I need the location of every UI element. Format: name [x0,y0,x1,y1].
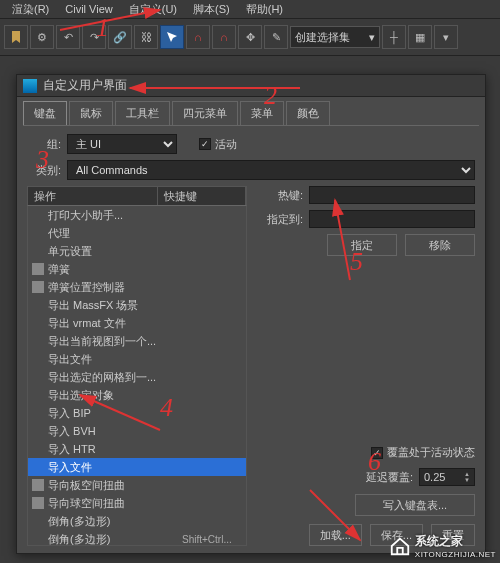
list-item[interactable]: 导入 HTR [28,440,246,458]
row-icon [32,479,44,491]
checkbox-icon: ✓ [371,447,383,459]
row-icon [32,317,44,329]
link-icon[interactable]: 🔗 [108,25,132,49]
list-item[interactable]: 倒角(多边形) [28,512,246,530]
list-item[interactable]: 导入 BVH [28,422,246,440]
row-label: 导出当前视图到一个... [48,334,178,349]
hotkey-label: 热键: [257,188,303,203]
row-icon [32,389,44,401]
row-shortcut: Shift+Ctrl... [182,534,242,545]
tab-menu[interactable]: 菜单 [240,101,284,125]
assign-button[interactable]: 指定 [327,234,397,256]
list-item[interactable]: 导入文件 [28,458,246,476]
action-list[interactable]: 打印大小助手...代理单元设置弹簧弹簧位置控制器导出 MassFX 场景导出 v… [27,206,247,546]
tool-icon[interactable]: ✎ [264,25,288,49]
axis-icon[interactable]: ┼ [382,25,406,49]
assigned-input[interactable] [309,210,475,228]
list-item[interactable]: 导出文件 [28,350,246,368]
row-label: 单元设置 [48,244,178,259]
row-label: 导向板空间扭曲 [48,478,178,493]
hotkey-input[interactable] [309,186,475,204]
tab-keyboard[interactable]: 键盘 [23,101,67,125]
dropdown-icon[interactable]: ▾ [434,25,458,49]
delay-spinner[interactable]: 0.25 ▲▼ [419,468,475,486]
list-item[interactable]: 倒角(多边形)Shift+Ctrl... [28,530,246,546]
row-icon [32,515,44,527]
menu-civil-view[interactable]: Civil View [57,3,120,15]
list-item[interactable]: 导出选定的网格到一... [28,368,246,386]
checkbox-icon: ✓ [199,138,211,150]
row-label: 导出选定对象 [48,388,178,403]
assigned-label: 指定到: [257,212,303,227]
row-icon [32,299,44,311]
row-icon [32,443,44,455]
row-icon [32,227,44,239]
unlink-icon[interactable]: ⛓ [134,25,158,49]
main-menubar: 渲染(R) Civil View 自定义(U) 脚本(S) 帮助(H) [0,0,500,18]
select-icon[interactable] [160,25,184,49]
list-item[interactable]: 导入 BIP [28,404,246,422]
list-item[interactable]: 导出 vrmat 文件 [28,314,246,332]
col-action[interactable]: 操作 [28,187,158,205]
row-label: 导出选定的网格到一... [48,370,178,385]
list-item[interactable]: 单元设置 [28,242,246,260]
delay-label: 延迟覆盖: [366,470,413,485]
row-icon [32,335,44,347]
list-item[interactable]: 弹簧位置控制器 [28,278,246,296]
tab-mouse[interactable]: 鼠标 [69,101,113,125]
magnet-icon[interactable]: ∩ [186,25,210,49]
col-shortcut[interactable]: 快捷键 [158,187,246,205]
list-item[interactable]: 导出 MassFX 场景 [28,296,246,314]
settings-icon[interactable]: ⚙ [30,25,54,49]
bookmark-icon[interactable] [4,25,28,49]
row-label: 导出文件 [48,352,178,367]
tab-quad[interactable]: 四元菜单 [172,101,238,125]
dialog-titlebar[interactable]: 自定义用户界面 [17,75,485,97]
row-icon [32,371,44,383]
grid-icon[interactable]: ▦ [408,25,432,49]
row-icon [32,533,44,545]
customize-ui-dialog: 自定义用户界面 键盘 鼠标 工具栏 四元菜单 菜单 颜色 组: 主 UI ✓ 活… [16,74,486,554]
menu-render[interactable]: 渲染(R) [4,2,57,17]
list-item[interactable]: 导出当前视图到一个... [28,332,246,350]
write-keyboard-button[interactable]: 写入键盘表... [355,494,475,516]
row-label: 倒角(多边形) [48,532,178,547]
list-item[interactable]: 打印大小助手... [28,206,246,224]
row-label: 导入文件 [48,460,178,475]
selection-set-dropdown[interactable]: 创建选择集▾ [290,26,380,48]
list-item[interactable]: 导向板空间扭曲 [28,476,246,494]
action-list-header: 操作 快捷键 [27,186,247,206]
override-checkbox[interactable]: ✓ 覆盖处于活动状态 [371,445,475,460]
group-label: 组: [27,137,61,152]
menu-help[interactable]: 帮助(H) [238,2,291,17]
magnet2-icon[interactable]: ∩ [212,25,236,49]
list-item[interactable]: 弹簧 [28,260,246,278]
active-checkbox[interactable]: ✓ 活动 [199,137,237,152]
menu-script[interactable]: 脚本(S) [185,2,238,17]
category-label: 类别: [27,163,61,178]
tab-color[interactable]: 颜色 [286,101,330,125]
row-icon [32,425,44,437]
undo-icon[interactable]: ↶ [56,25,80,49]
load-button[interactable]: 加载... [309,524,362,546]
dialog-tabs: 键盘 鼠标 工具栏 四元菜单 菜单 颜色 [17,97,485,125]
move-icon[interactable]: ✥ [238,25,262,49]
menu-customize[interactable]: 自定义(U) [121,2,185,17]
list-item[interactable]: 代理 [28,224,246,242]
list-item[interactable]: 导出选定对象 [28,386,246,404]
redo-icon[interactable]: ↷ [82,25,106,49]
row-label: 倒角(多边形) [48,514,178,529]
remove-button[interactable]: 移除 [405,234,475,256]
category-dropdown[interactable]: All Commands [67,160,475,180]
group-dropdown[interactable]: 主 UI [67,134,177,154]
tab-toolbar[interactable]: 工具栏 [115,101,170,125]
row-label: 导向球空间扭曲 [48,496,178,511]
row-label: 弹簧 [48,262,178,277]
app-icon [23,79,37,93]
list-item[interactable]: 导向球空间扭曲 [28,494,246,512]
row-icon [32,407,44,419]
row-icon [32,497,44,509]
row-label: 导出 MassFX 场景 [48,298,178,313]
row-icon [32,209,44,221]
row-icon [32,353,44,365]
